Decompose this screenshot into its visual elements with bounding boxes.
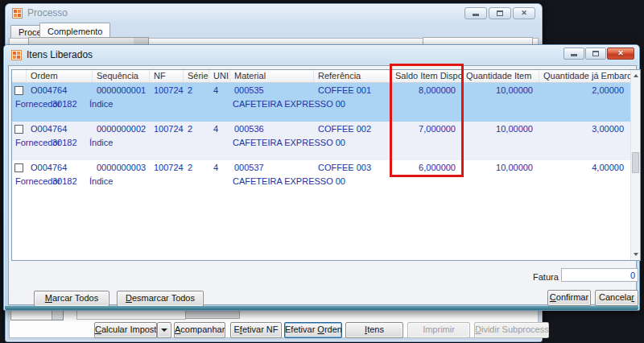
cell-uni: 4	[209, 83, 230, 122]
indice-label: Índice	[89, 99, 113, 109]
col-header-material[interactable]: Material	[230, 70, 314, 82]
processo-titlebar[interactable]: Processo ✕	[6, 4, 542, 22]
cell-uni: 4	[209, 122, 230, 160]
row-checkbox[interactable]	[14, 86, 23, 95]
col-header-nf[interactable]: NF	[150, 70, 184, 82]
table-row[interactable]: O004764 0000000003 10072440 2 4 000537 C…	[12, 160, 630, 199]
fornecedor-codigo: 30182	[52, 176, 77, 186]
minimize-icon	[473, 14, 479, 16]
calcular-imposto-button[interactable]: Calcular Imposto	[94, 322, 157, 338]
cell-serie: 2	[184, 160, 209, 199]
col-header-check[interactable]	[12, 70, 27, 82]
cell-quantidade-ja-embarcada: 2,00000	[539, 83, 630, 122]
scrollbar-thumb[interactable]	[632, 152, 639, 173]
desktop: Processo ✕ Processo Complemento Calcular…	[0, 0, 644, 343]
col-header-uni[interactable]: UNI.	[209, 70, 230, 82]
dialog-close-button[interactable]: ✕	[607, 48, 634, 60]
combo-dropdown-fragment	[134, 38, 148, 44]
fatura-input[interactable]	[561, 268, 638, 282]
cancelar-button[interactable]: Cancelar	[595, 290, 638, 306]
material-descricao: CAFETEIRA EXPRESSO 00	[233, 138, 345, 147]
col-header-quantidade-item[interactable]: Quantidade Item	[462, 70, 539, 82]
cell-serie: 2	[184, 83, 209, 122]
text-field-fragment-top[interactable]	[423, 37, 533, 44]
dialog-title: Itens Liberados	[27, 49, 93, 60]
itens-liberados-dialog: Itens Liberados ✕ Ordem Sequência NF Sér…	[3, 44, 640, 311]
cell-quantidade-ja-embarcada: 3,00000	[539, 122, 630, 160]
close-button[interactable]: ✕	[513, 7, 535, 19]
itens-button[interactable]: Itens	[345, 322, 403, 338]
cell-quantidade-item: 10,00000	[462, 83, 539, 122]
dialog-minimize-button[interactable]	[564, 48, 584, 60]
minimize-button[interactable]	[464, 7, 487, 19]
window-title: Processo	[27, 7, 68, 19]
cell-nf: 10072440	[150, 160, 184, 199]
minimize-icon	[571, 54, 577, 56]
close-icon: ✕	[617, 50, 624, 57]
cell-quantidade-item: 10,00000	[462, 160, 539, 199]
highlight-rectangle	[390, 64, 464, 177]
fornecedor-codigo: 30182	[52, 138, 77, 147]
cell-nf: 10072440	[150, 122, 184, 160]
fatura-label: Fatura	[533, 272, 559, 282]
table-row[interactable]: O004764 0000000001 10072440 2 4 000535 C…	[12, 83, 630, 122]
maximize-button[interactable]	[489, 7, 511, 19]
imprimir-button: Imprimir	[407, 322, 470, 338]
vertical-scrollbar[interactable]	[630, 70, 640, 260]
acompanhamento-button[interactable]: Acompanhamento	[174, 322, 225, 338]
table-row[interactable]: O004764 0000000002 10072440 2 4 000536 C…	[12, 122, 630, 160]
fornecedor-codigo: 30182	[52, 99, 77, 109]
confirmar-button[interactable]: Confirmar	[547, 290, 591, 306]
col-header-quantidade-ja-embarcada[interactable]: Quantidade já Embarcada	[539, 70, 630, 82]
calcular-imposto-dropdown-button[interactable]	[157, 322, 171, 338]
tab-complemento[interactable]: Complemento	[39, 23, 110, 38]
indice-label: Índice	[89, 138, 113, 147]
material-descricao: CAFETEIRA EXPRESSO 00	[233, 99, 345, 109]
chevron-down-icon	[161, 329, 167, 332]
tab-complemento-label: Complemento	[47, 27, 102, 36]
maximize-icon	[497, 10, 503, 16]
col-header-serie[interactable]: Série	[184, 70, 209, 82]
dividir-subprocesso-button: Dividir Subprocesso	[474, 322, 549, 338]
dialog-titlebar[interactable]: Itens Liberados ✕	[4, 45, 639, 64]
col-header-ordem[interactable]: Ordem	[27, 70, 93, 82]
row-checkbox[interactable]	[14, 163, 23, 172]
desmarcar-todos-button[interactable]: Desmarcar Todos	[117, 291, 204, 307]
row-checkbox[interactable]	[14, 125, 23, 134]
cell-nf: 10072440	[150, 83, 184, 122]
maximize-icon	[592, 51, 599, 56]
cell-quantidade-ja-embarcada: 4,00000	[539, 160, 630, 199]
col-header-referencia[interactable]: Referência	[314, 70, 391, 82]
app-icon	[11, 50, 22, 60]
combo-field-fragment-top[interactable]	[28, 37, 149, 44]
grid-header: Ordem Sequência NF Série UNI. Material R…	[12, 70, 630, 83]
arrow-down-icon	[634, 253, 638, 256]
cell-serie: 2	[184, 122, 209, 160]
scroll-down-button[interactable]	[631, 249, 640, 260]
close-icon: ✕	[521, 10, 527, 17]
cell-uni: 4	[209, 160, 230, 199]
efetivar-ordens-button[interactable]: Efetivar Ordens	[284, 322, 342, 338]
efetivar-nf-button[interactable]: Efetivar NF	[230, 322, 282, 338]
items-grid: Ordem Sequência NF Série UNI. Material R…	[11, 69, 641, 261]
marcar-todos-button[interactable]: Marcar Todos	[34, 291, 109, 307]
scroll-up-button[interactable]	[631, 70, 640, 81]
dialog-maximize-button[interactable]	[585, 48, 606, 60]
app-icon	[12, 8, 23, 19]
cell-quantidade-item: 10,00000	[462, 122, 539, 160]
dialog-body: Ordem Sequência NF Série UNI. Material R…	[8, 65, 637, 305]
col-header-sequencia[interactable]: Sequência	[93, 70, 150, 82]
arrow-up-icon	[634, 74, 638, 77]
indice-label: Índice	[89, 176, 113, 186]
material-descricao: CAFETEIRA EXPRESSO 00	[233, 176, 345, 186]
